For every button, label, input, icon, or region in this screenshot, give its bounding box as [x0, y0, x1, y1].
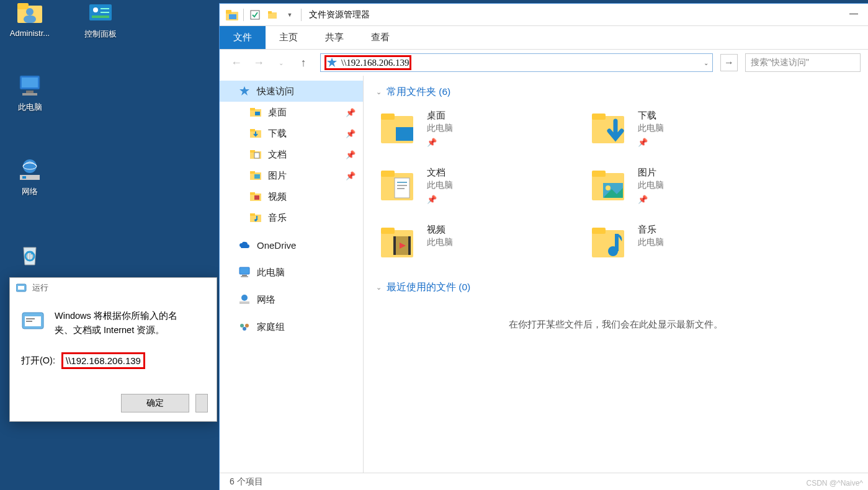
- nav-history-dropdown[interactable]: ⌄: [272, 53, 290, 72]
- watermark: CSDN @^Naive^: [807, 479, 863, 488]
- folder-icon: [589, 110, 627, 149]
- nav-back-button[interactable]: ←: [227, 53, 246, 72]
- sidebar-homegroup[interactable]: 家庭组: [220, 316, 363, 337]
- svg-rect-51: [239, 301, 249, 304]
- desktop-icon-administrator[interactable]: Administr...: [5, 0, 55, 38]
- desktop-icon-this-pc[interactable]: 此电脑: [5, 73, 55, 113]
- tab-view[interactable]: 查看: [357, 26, 403, 49]
- tab-file[interactable]: 文件: [220, 26, 266, 49]
- go-refresh-button[interactable]: →: [720, 54, 738, 71]
- folder-icon: [249, 127, 262, 140]
- user-folder-icon: [15, 0, 45, 26]
- pin-icon: 📌: [638, 138, 664, 147]
- run-input-highlight: \\192.168.206.139: [61, 352, 145, 369]
- svg-point-46: [254, 219, 257, 221]
- svg-rect-22: [26, 318, 35, 319]
- svg-rect-48: [242, 275, 247, 276]
- svg-rect-67: [592, 171, 606, 177]
- svg-point-53: [245, 324, 249, 327]
- tab-share[interactable]: 共享: [311, 26, 357, 49]
- pin-icon: 📌: [427, 195, 453, 204]
- run-input[interactable]: \\192.168.206.139: [66, 355, 141, 366]
- sidebar-network[interactable]: 网络: [220, 289, 363, 310]
- svg-point-50: [241, 295, 248, 301]
- nav-bar: ← → ⌄ ↑ \\192.168.206.139 ⌄ → 搜索"快速访问": [220, 50, 868, 76]
- folder-icon: [589, 167, 627, 207]
- sidebar-onedrive[interactable]: OneDrive: [220, 234, 363, 256]
- sidebar-item-downloads[interactable]: 下载📌: [220, 123, 363, 144]
- tile-name: 桌面: [427, 110, 453, 122]
- sidebar-item-music[interactable]: 音乐: [220, 207, 363, 228]
- tile-name: 下载: [638, 110, 664, 122]
- svg-rect-63: [397, 182, 407, 183]
- tile-name: 音乐: [638, 224, 664, 236]
- qat-dropdown-icon[interactable]: ▼: [281, 6, 298, 24]
- nav-forward-button[interactable]: →: [249, 53, 268, 72]
- status-item-count: 6 个项目: [230, 476, 263, 488]
- folder-tile-desktop[interactable]: 桌面此电脑📌: [376, 107, 587, 164]
- tab-home[interactable]: 主页: [266, 26, 311, 49]
- sidebar-this-pc[interactable]: 此电脑: [220, 262, 363, 283]
- run-ok-button[interactable]: 确定: [121, 394, 189, 412]
- svg-rect-71: [381, 228, 395, 234]
- run-big-icon: [21, 309, 46, 334]
- nav-up-button[interactable]: ↑: [294, 53, 313, 72]
- explorer-titlebar[interactable]: ▼ 文件资源管理器 —: [220, 4, 868, 26]
- sidebar-item-videos[interactable]: 视频: [220, 186, 363, 207]
- address-bar[interactable]: \\192.168.206.139 ⌄: [320, 53, 713, 72]
- onedrive-icon: [238, 239, 251, 251]
- tile-location: 此电脑: [427, 180, 453, 191]
- control-panel-icon: [86, 0, 115, 26]
- sidebar-item-desktop[interactable]: 桌面📌: [220, 102, 363, 123]
- svg-rect-65: [397, 188, 405, 189]
- content-area: ⌄ 常用文件夹 (6) 桌面此电脑📌下载此电脑📌文档此电脑📌图片此电脑📌视频此电…: [364, 76, 868, 473]
- sidebar: 快速访问 桌面📌 下载📌 文档📌 图片📌 视频 音乐 OneDrive 此电脑 …: [220, 76, 364, 473]
- svg-rect-73: [393, 236, 396, 255]
- search-input[interactable]: 搜索"快速访问": [745, 53, 861, 72]
- svg-rect-40: [254, 174, 260, 179]
- explorer-window: ▼ 文件资源管理器 — 文件 主页 共享 查看 ← → ⌄ ↑ \\192.16…: [219, 3, 868, 490]
- recent-files-empty-message: 在你打开某些文件后，我们会在此处显示最新文件。: [376, 319, 856, 331]
- svg-rect-57: [396, 127, 413, 141]
- folder-tile-music[interactable]: 音乐此电脑: [587, 221, 798, 278]
- folder-icon: [378, 110, 416, 149]
- run-titlebar[interactable]: 运行: [10, 278, 217, 298]
- run-open-label: 打开(O):: [21, 355, 55, 367]
- folder-icon: [378, 167, 416, 207]
- chevron-down-icon: ⌄: [376, 283, 382, 292]
- folder-tile-download[interactable]: 下载此电脑📌: [587, 107, 798, 164]
- sidebar-quick-access[interactable]: 快速访问: [220, 81, 363, 102]
- desktop-icon-network[interactable]: 网络: [5, 158, 55, 197]
- desktop-icon-control-panel[interactable]: 控制面板: [76, 0, 125, 40]
- folder-tile-picture[interactable]: 图片此电脑📌: [587, 164, 798, 221]
- run-title: 运行: [32, 282, 48, 293]
- svg-rect-32: [255, 112, 260, 115]
- svg-point-2: [26, 8, 34, 16]
- run-cancel-button[interactable]: [195, 394, 208, 412]
- svg-point-5: [93, 7, 98, 12]
- folder-tile-video[interactable]: 视频此电脑: [376, 221, 587, 278]
- svg-rect-49: [241, 276, 248, 277]
- folder-tile-document[interactable]: 文档此电脑📌: [376, 164, 587, 221]
- address-dropdown-icon[interactable]: ⌄: [704, 60, 709, 66]
- section-recent-files[interactable]: ⌄ 最近使用的文件 (0): [376, 281, 856, 294]
- desktop-icon-recycle-bin[interactable]: [5, 242, 55, 270]
- tile-location: 此电脑: [427, 237, 453, 248]
- section-frequent-folders[interactable]: ⌄ 常用文件夹 (6): [376, 86, 856, 99]
- minimize-button[interactable]: —: [839, 4, 868, 22]
- chevron-down-icon: ⌄: [376, 88, 382, 96]
- folder-icon: [589, 224, 627, 264]
- qat-properties-icon[interactable]: [246, 6, 264, 24]
- address-highlight: \\192.168.206.139: [324, 55, 411, 70]
- svg-rect-74: [408, 236, 411, 255]
- qat-new-folder-icon[interactable]: [264, 6, 281, 24]
- svg-point-69: [606, 185, 611, 190]
- pin-icon: 📌: [346, 171, 356, 180]
- address-text[interactable]: \\192.168.206.139: [341, 58, 409, 68]
- tile-location: 此电脑: [427, 123, 453, 134]
- pin-icon: 📌: [346, 108, 356, 117]
- svg-rect-45: [250, 213, 255, 216]
- network-icon: [238, 293, 251, 306]
- sidebar-item-pictures[interactable]: 图片📌: [220, 165, 363, 186]
- sidebar-item-documents[interactable]: 文档📌: [220, 144, 363, 165]
